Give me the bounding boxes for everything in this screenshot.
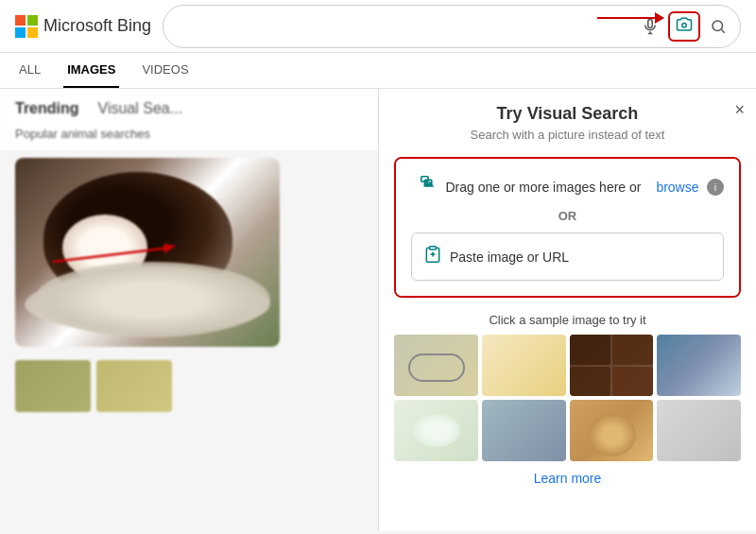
sample-grid	[394, 335, 741, 461]
sample-image-1[interactable]	[394, 335, 478, 396]
header: Microsoft Bing	[0, 0, 756, 53]
bottom-images-left	[0, 354, 378, 418]
drop-zone-inner: Drag one or more images here or browse i…	[396, 159, 739, 296]
mic-icon[interactable]	[642, 18, 659, 35]
sample-image-7[interactable]	[570, 400, 654, 461]
search-bar	[163, 5, 741, 48]
learn-more-link[interactable]: Learn more	[394, 471, 741, 486]
dog-image	[15, 158, 280, 347]
tab-images[interactable]: IMAGES	[63, 53, 119, 88]
paste-box[interactable]: Paste image or URL	[411, 233, 724, 281]
popup-header: Try Visual Search Search with a picture …	[379, 89, 756, 149]
sample-image-5[interactable]	[394, 400, 478, 461]
tab-all[interactable]: ALL	[15, 53, 44, 88]
popup-title: Try Visual Search	[497, 104, 639, 124]
search-input[interactable]	[177, 18, 634, 34]
drop-top-row: Drag one or more images here or browse i	[411, 174, 724, 199]
nav-tabs: ALL IMAGES VIDEOS	[0, 53, 756, 89]
left-content: Trending Visual Sea... Popular animal se…	[0, 89, 378, 531]
svg-rect-2	[15, 27, 26, 38]
thumb-2	[96, 360, 172, 412]
visual-search-link: Visual Sea...	[98, 100, 183, 117]
svg-line-9	[721, 29, 724, 32]
svg-rect-0	[15, 15, 26, 26]
sample-title: Click a sample image to try it	[394, 313, 741, 327]
camera-icon[interactable]	[668, 11, 700, 42]
sample-image-6[interactable]	[482, 400, 566, 461]
drop-zone-outer: Drag one or more images here or browse i…	[394, 157, 741, 298]
svg-rect-15	[430, 247, 437, 250]
svg-rect-3	[27, 27, 38, 38]
sample-image-2[interactable]	[482, 335, 566, 396]
bing-logo: Microsoft Bing	[15, 15, 151, 38]
browse-link[interactable]: browse	[656, 180, 698, 195]
svg-point-7	[682, 23, 687, 27]
main-content: Trending Visual Sea... Popular animal se…	[0, 89, 756, 531]
bing-logo-text: Microsoft Bing	[43, 16, 151, 36]
popup-subtitle: Search with a picture instead of text	[471, 128, 665, 142]
sample-image-4[interactable]	[657, 335, 741, 396]
tab-videos[interactable]: VIDEOS	[138, 53, 192, 88]
search-icons	[642, 11, 727, 42]
dog-image-container	[15, 158, 280, 347]
trending-title: Trending	[15, 100, 79, 117]
drag-images-icon	[419, 174, 439, 199]
drag-area[interactable]: Drag one or more images here or browse	[411, 174, 707, 199]
paste-text: Paste image or URL	[450, 250, 569, 265]
microsoft-logo-icon	[15, 15, 38, 38]
paste-icon	[423, 245, 442, 268]
sample-image-3[interactable]	[570, 335, 654, 396]
thumb-1	[15, 360, 91, 412]
trending-header: Trending Visual Sea...	[0, 89, 378, 123]
visual-search-popup: Try Visual Search Search with a picture …	[378, 89, 756, 531]
popular-text: Popular animal searches	[0, 123, 378, 150]
search-icon[interactable]	[710, 18, 727, 35]
drag-text: Drag one or more images here or	[445, 180, 641, 195]
svg-rect-1	[27, 15, 38, 26]
info-icon[interactable]: i	[707, 179, 724, 196]
svg-point-8	[713, 21, 723, 31]
sample-section: Click a sample image to try it	[379, 305, 756, 493]
svg-rect-4	[648, 19, 653, 27]
or-divider: OR	[558, 209, 577, 223]
sample-image-8[interactable]	[657, 400, 741, 461]
close-button[interactable]: ×	[734, 100, 745, 120]
